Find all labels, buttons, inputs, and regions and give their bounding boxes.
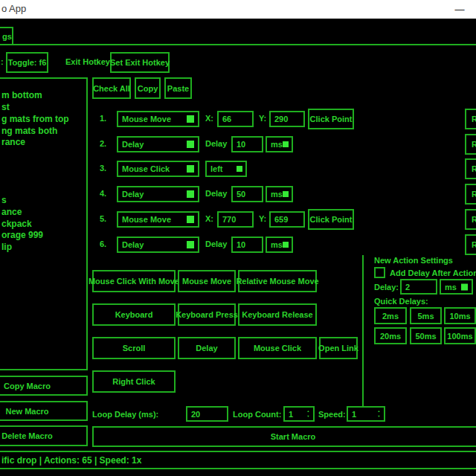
palette-relative-mouse-move-button[interactable]: Relative Mouse Move: [238, 270, 317, 292]
settings-delay-input[interactable]: 2: [400, 279, 437, 295]
x-label: X:: [205, 114, 213, 123]
spinner-down-icon[interactable]: ▼: [307, 415, 310, 418]
macro-list-item[interactable]: ckpack: [1, 219, 32, 229]
delay-input[interactable]: 10: [231, 136, 263, 152]
dropdown-arrow-icon: [283, 242, 289, 248]
delete-macro-button[interactable]: Delete Macro: [0, 425, 88, 446]
y-label: Y:: [259, 214, 266, 223]
delay-input[interactable]: 10: [231, 237, 263, 253]
minimize-button[interactable]: —: [446, 1, 473, 17]
palette-right-click-button[interactable]: Right Click: [92, 370, 176, 393]
spinner-up-icon[interactable]: ▲: [307, 410, 310, 413]
action-type-select[interactable]: Delay: [117, 186, 199, 202]
palette-mouse-click-button[interactable]: Mouse Click: [238, 337, 317, 359]
remove-action-button[interactable]: R: [465, 184, 476, 205]
new-macro-button[interactable]: New Macro: [0, 401, 88, 421]
copy-button[interactable]: Copy: [135, 77, 161, 99]
check-all-button[interactable]: Check All: [92, 77, 131, 99]
quick-delay-50ms-button[interactable]: 50ms: [410, 327, 442, 344]
delay-label: Delay: [205, 239, 227, 248]
quick-delay-2ms-button[interactable]: 2ms: [374, 307, 407, 324]
y-label: Y:: [259, 114, 266, 123]
spinner-down-icon[interactable]: ▼: [378, 415, 381, 418]
palette-keyboard-press-button[interactable]: Keyboard Press: [178, 303, 236, 326]
unit-value: ms: [445, 283, 457, 292]
macro-list-item[interactable]: ng mats both: [1, 126, 57, 136]
loop-count-label: Loop Count:: [233, 410, 281, 419]
remove-action-button[interactable]: R: [465, 209, 476, 230]
remove-action-button[interactable]: R: [465, 158, 476, 179]
palette-mouse-move-button[interactable]: Mouse Move: [178, 270, 236, 292]
loop-count-stepper[interactable]: 1 ▲▼: [283, 406, 315, 422]
delay-label: Delay: [205, 139, 227, 148]
macro-list-item[interactable]: g mats from top: [1, 114, 69, 124]
add-delay-checkbox[interactable]: [374, 267, 385, 278]
copy-macro-button[interactable]: Copy Macro: [0, 376, 88, 396]
y-input[interactable]: 659: [269, 211, 305, 228]
quick-delay-10ms-button[interactable]: 10ms: [444, 307, 476, 324]
quick-delays-label: Quick Delays:: [374, 297, 428, 306]
dropdown-arrow-icon: [187, 241, 194, 248]
remove-action-button[interactable]: R: [465, 234, 476, 255]
settings-panel-divider: [362, 255, 364, 406]
speed-value: 1: [352, 410, 356, 419]
mouse-button-select[interactable]: left: [205, 161, 247, 177]
dropdown-arrow-icon: [187, 115, 194, 123]
palette-keyboard-button[interactable]: Keyboard: [92, 303, 176, 326]
delay-unit-select[interactable]: ms: [266, 186, 293, 202]
unit-value: ms: [271, 190, 283, 199]
delay-input[interactable]: 50: [231, 186, 263, 202]
app-window: o App — gs : Toggle: f6 Exit Hotkey: Set…: [0, 0, 476, 476]
action-type-select[interactable]: Mouse Move: [117, 111, 199, 127]
x-input[interactable]: 66: [217, 111, 254, 127]
action-row-number: 4.: [100, 189, 106, 198]
action-type-select[interactable]: Delay: [117, 136, 199, 152]
action-type-value: Delay: [122, 190, 144, 199]
status-bar: ific drop | Actions: 65 | Speed: 1x: [0, 451, 476, 469]
dropdown-arrow-icon: [237, 166, 242, 172]
macro-list-item[interactable]: ance: [1, 207, 22, 217]
macro-list-item[interactable]: orage 999: [1, 230, 43, 240]
dropdown-arrow-icon: [187, 190, 194, 198]
palette-scroll-button[interactable]: Scroll: [92, 337, 176, 359]
palette-mouse-click-with-move-button[interactable]: Mouse Click With Move: [92, 270, 176, 292]
paste-button[interactable]: Paste: [164, 77, 192, 99]
y-input[interactable]: 290: [269, 111, 305, 127]
mouse-button-value: left: [210, 164, 223, 173]
action-row-number: 3.: [100, 164, 106, 173]
palette-keyboard-release-button[interactable]: Keyboard Release: [238, 303, 317, 326]
loop-delay-input[interactable]: 20: [186, 406, 228, 422]
settings-unit-select[interactable]: ms: [440, 279, 473, 295]
action-row-number: 5.: [100, 214, 106, 223]
macro-list-item[interactable]: rance: [1, 137, 25, 147]
macro-list-item[interactable]: s: [1, 195, 7, 205]
palette-delay-button[interactable]: Delay: [178, 337, 236, 359]
remove-action-button[interactable]: R: [465, 134, 476, 155]
delay-unit-select[interactable]: ms: [266, 136, 293, 152]
quick-delay-5ms-button[interactable]: 5ms: [410, 307, 442, 324]
speed-label: Speed:: [318, 410, 346, 419]
set-exit-hotkey-button[interactable]: Set Exit Hotkey: [110, 52, 170, 73]
toggle-hotkey-button[interactable]: Toggle: f6: [6, 52, 48, 73]
action-row-number: 2.: [100, 139, 106, 148]
macro-list-item[interactable]: lip: [1, 242, 12, 252]
action-type-select[interactable]: Mouse Click: [117, 161, 199, 177]
palette-open-link-button[interactable]: Open Link: [319, 337, 358, 359]
dropdown-arrow-icon: [461, 283, 468, 290]
macro-list-item[interactable]: m bottom: [1, 90, 42, 100]
click-point-button[interactable]: Click Point: [308, 209, 354, 230]
tab-settings[interactable]: gs: [0, 27, 13, 45]
remove-action-button[interactable]: R: [465, 109, 476, 129]
x-input[interactable]: 770: [217, 211, 254, 228]
action-type-select[interactable]: Mouse Move: [117, 211, 199, 228]
macro-list-item[interactable]: st: [1, 102, 10, 112]
exit-hotkey-label: Exit Hotkey:: [65, 57, 113, 66]
quick-delay-100ms-button[interactable]: 100ms: [444, 327, 476, 344]
start-macro-button[interactable]: Start Macro: [92, 426, 476, 447]
speed-stepper[interactable]: 1 ▲▼: [347, 406, 385, 422]
quick-delay-20ms-button[interactable]: 20ms: [374, 327, 407, 344]
delay-unit-select[interactable]: ms: [266, 237, 293, 253]
click-point-button[interactable]: Click Point: [308, 109, 354, 129]
action-type-select[interactable]: Delay: [117, 237, 199, 253]
spinner-up-icon[interactable]: ▲: [378, 410, 381, 413]
